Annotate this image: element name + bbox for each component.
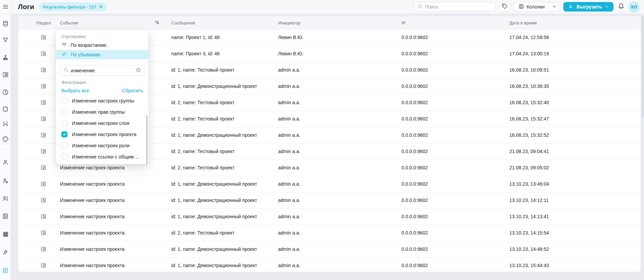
dropdown-search-value: изменение [71,68,133,73]
checkbox[interactable] [61,131,67,137]
filter-option[interactable]: Изменение настроек роли [56,140,149,151]
cell-ip: 0.0.0.0:9602 [402,230,428,236]
dropdown-search-input[interactable]: изменение [60,65,144,76]
cell-datetime: 13.10.23, 14:15:54 [509,230,549,236]
chevron-down-icon [552,4,557,10]
columns-button[interactable]: Колонки [514,2,549,11]
filter-option[interactable]: Изменение настроек слоя [56,117,149,129]
apps-grid-icon[interactable] [0,230,11,238]
puzzle-icon[interactable] [0,105,11,113]
page-scrollbar[interactable] [642,16,643,117]
users-icon[interactable] [0,194,11,203]
filter-results-chip[interactable]: Результаты фильтра - 157 [39,2,107,11]
cell-ip: 0.0.0.0:9602 [402,181,428,187]
chip-close-icon[interactable] [99,5,103,8]
cell-initiator: Левин В.Ю. [278,51,304,56]
cell-event: Изменение настроек проекта [60,198,124,203]
filter-option-label: Изменение настроек слоя [72,120,130,126]
cell-initiator: admin a.a. [278,214,300,219]
reset-link[interactable]: Сбросить [122,88,143,93]
section-dashboard-icon [40,51,46,58]
filter-options-list: Изменение настроек группы Изменение прав… [56,95,149,162]
section-dashboard-icon [40,116,46,123]
event-filter-sort-icon[interactable] [154,20,160,26]
dropdown-scrollbar[interactable] [146,115,148,164]
section-dashboard-icon [40,165,46,172]
column-header-message[interactable]: Сообщение [171,20,195,25]
plug-icon[interactable] [0,248,11,256]
clear-search-icon[interactable] [136,67,141,74]
page-title: Логи [18,3,34,11]
search-input[interactable]: Поиск [414,2,496,12]
notifications-button[interactable] [617,2,625,12]
sort-descending-label: По убыванию [71,52,100,57]
palette-icon[interactable] [0,135,11,143]
cell-initiator: admin a.a. [278,100,300,105]
cell-datetime: 13.10.23, 15:44:43 [509,263,549,268]
columns-dropdown-toggle[interactable] [549,2,560,11]
database-icon[interactable] [0,20,11,28]
journal-icon[interactable] [0,212,11,220]
checkbox[interactable] [61,109,67,115]
cell-datetime: 13.10.23, 14:12:11 [509,198,549,203]
sort-ascending-label: По возрастанию [71,42,106,48]
sort-ascending-item[interactable]: По возрастанию [56,40,149,50]
column-header-ip[interactable]: IP [402,20,406,25]
section-dashboard-icon [40,67,46,74]
cell-datetime: 16.08.23, 15:32:47 [509,116,549,122]
checkbox[interactable] [61,143,67,149]
cell-event: Изменение настроек проекта [60,246,124,252]
cell-ip: 0.0.0.0:9602 [402,67,428,73]
section-dashboard-icon [40,148,46,155]
select-all-link[interactable]: Выбрать все [61,88,89,93]
checkbox[interactable] [61,120,67,126]
cell-initiator: admin a.a. [278,181,300,187]
filter-option[interactable]: Изменение настроек группы [56,95,149,106]
cell-datetime: 13.10.23, 13:46:04 [509,181,549,187]
filter-option[interactable]: Изменение ссылки с общим ... [56,151,149,162]
cell-ip: 0.0.0.0:9602 [402,83,428,89]
cell-message: id: 1, name: Демонстрационный проект [171,214,257,219]
cell-ip: 0.0.0.0:9602 [402,149,428,154]
checkbox[interactable] [61,154,67,160]
svg-file-icon[interactable]: SVG [0,120,11,128]
columns-icon [519,4,524,10]
cell-datetime: 21.08.23, 09:05:02 [509,165,549,170]
sitemap-icon[interactable] [0,54,11,62]
cell-ip: 0.0.0.0:9602 [402,165,428,170]
pie-chart-icon[interactable] [0,88,11,96]
menu-icon[interactable] [0,3,11,11]
search-placeholder: Поиск [425,4,438,10]
filter-option-label: Изменение прав группы [72,109,125,115]
table-row[interactable]: Изменение настроек проекта id: 1, name: … [18,258,641,272]
logs-icon[interactable] [0,266,11,275]
cell-datetime: 21.08.23, 09:04:41 [509,149,549,154]
topbar: Логи Результаты фильтра - 157 Поиск [0,0,644,14]
avatar[interactable]: КЛ [628,1,640,13]
table-row[interactable]: Изменение настроек проекта id: 1, name: … [18,176,641,192]
checkbox[interactable] [61,98,67,104]
filter-icon[interactable] [0,36,11,44]
table-row[interactable]: Изменение настроек проекта id: 2, name: … [18,225,641,241]
column-header-razdel[interactable]: Раздел [36,20,51,25]
dashboard-icon[interactable] [0,71,11,79]
filter-option[interactable]: Изменение прав группы [56,106,149,117]
sort-descending-item[interactable]: По убыванию [56,50,149,59]
table-row[interactable]: Изменение настроек проекта id: 1, name: … [18,192,641,209]
cell-event: Изменение настроек проекта [60,230,124,236]
cell-datetime: 16.08.23, 15:32:40 [509,100,549,105]
column-header-initiator[interactable]: Инициатор [278,20,300,25]
cell-message: id: 2, name: Тестовый проект [171,116,234,122]
column-header-event[interactable]: Событие [60,20,78,25]
filter-option[interactable]: Изменение настроек проекта [56,129,149,140]
table-row[interactable]: Изменение настроек проекта id: 1, name: … [18,241,641,258]
user-icon[interactable] [0,158,11,166]
tags-button[interactable] [499,2,511,12]
user-settings-icon[interactable] [0,177,11,185]
export-button[interactable]: Выгрузить [563,2,613,12]
column-header-datetime[interactable]: Дата и время [509,20,537,25]
cell-message: id: 1, name: Демонстрационный проект [171,83,257,89]
cell-initiator: admin a.a. [278,263,300,268]
sidebar-divider [0,14,11,14]
table-row[interactable]: Изменение настроек проекта id: 1, name: … [18,209,641,225]
